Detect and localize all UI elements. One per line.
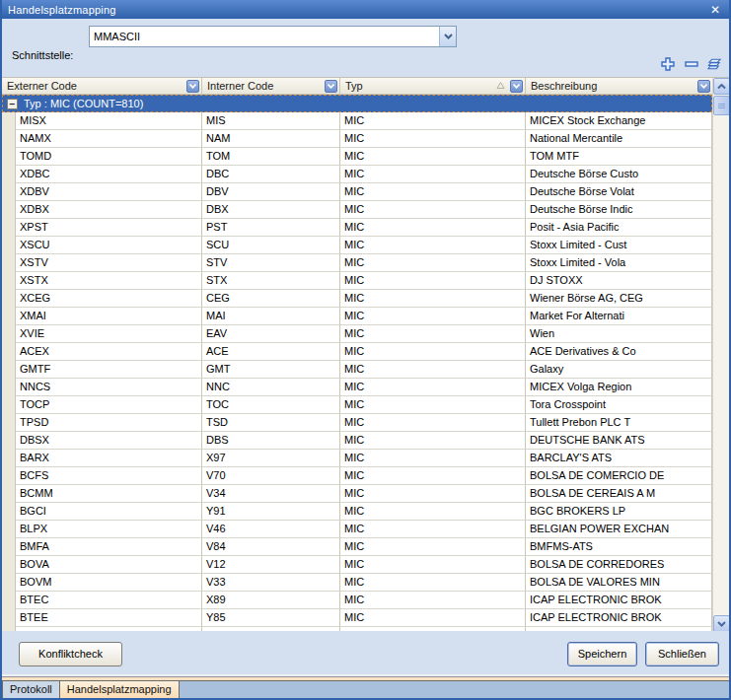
table-row[interactable]: XCEG CEG MIC Wiener Börse AG, CEG — [2, 290, 712, 308]
table-cell-externer-code[interactable]: XDBC — [16, 166, 202, 183]
schliessen-button[interactable]: Schließen — [645, 642, 719, 666]
table-cell-beschreibung[interactable]: Posit - Asia Pacific — [526, 219, 712, 237]
table-cell-interner-code[interactable]: V70 — [202, 467, 340, 485]
table-cell-beschreibung[interactable]: MICEX Volga Region — [526, 379, 712, 396]
column-header-typ[interactable]: Typ — [340, 78, 526, 94]
table-cell-typ[interactable]: MIC — [340, 379, 526, 396]
tab-protokoll[interactable]: Protokoll — [2, 681, 60, 698]
chevron-down-icon[interactable] — [439, 27, 456, 46]
table-row[interactable]: BOVA V12 MIC BOLSA DE CORREDORES — [2, 556, 712, 574]
table-cell-interner-code[interactable]: X89 — [202, 592, 340, 609]
table-cell-externer-code[interactable]: TOMD — [16, 148, 202, 166]
table-cell-beschreibung[interactable]: Galaxy — [526, 361, 712, 379]
table-cell-typ[interactable]: MIC — [340, 237, 526, 254]
table-cell-typ[interactable]: MIC — [340, 414, 526, 432]
filter-chevron-icon[interactable] — [325, 80, 337, 93]
table-cell-beschreibung[interactable]: BOLSA DE VALORES MIN — [526, 574, 712, 592]
table-row[interactable]: TOCP TOC MIC Tora Crosspoint — [2, 396, 712, 414]
table-cell-externer-code[interactable]: DBSX — [16, 432, 202, 450]
table-cell-typ[interactable]: MIC — [340, 485, 526, 503]
column-header-externer-code[interactable]: Externer Code — [2, 78, 202, 94]
table-cell-typ[interactable]: MIC — [340, 609, 526, 627]
add-row-icon[interactable] — [660, 57, 675, 72]
filter-chevron-icon[interactable] — [510, 80, 523, 93]
vertical-scrollbar[interactable] — [712, 78, 729, 632]
group-header-row[interactable]: − Typ : MIC (COUNT=810) — [2, 95, 712, 112]
table-cell-interner-code[interactable]: NNC — [202, 379, 340, 396]
table-cell-interner-code[interactable]: PST — [202, 219, 340, 237]
table-cell-beschreibung[interactable]: Wien — [526, 325, 712, 343]
table-row[interactable]: XPST PST MIC Posit - Asia Pacific — [2, 219, 712, 237]
table-cell-interner-code[interactable]: MAI — [202, 308, 340, 325]
table-row[interactable]: BTEE Y85 MIC ICAP ELECTRONIC BROK — [2, 609, 712, 627]
table-cell-interner-code[interactable]: V84 — [202, 538, 340, 556]
table-cell-interner-code[interactable]: GMT — [202, 361, 340, 379]
table-cell-externer-code[interactable]: NNCS — [16, 379, 202, 396]
table-cell-externer-code[interactable]: BMFA — [16, 538, 202, 556]
table-cell-typ[interactable]: MIC — [340, 325, 526, 343]
table-row[interactable]: TOMD TOM MIC TOM MTF — [2, 148, 712, 166]
table-cell-interner-code[interactable]: DBC — [202, 166, 340, 183]
schnittstelle-combobox[interactable]: MMASCII — [89, 26, 457, 47]
table-cell-beschreibung[interactable]: BELGIAN POWER EXCHAN — [526, 521, 712, 538]
table-cell-interner-code[interactable]: V33 — [202, 574, 340, 592]
table-cell-beschreibung[interactable]: ACE Derivatives & Co — [526, 343, 712, 361]
table-cell-typ[interactable]: MIC — [340, 166, 526, 183]
close-icon[interactable]: ✕ — [707, 4, 723, 16]
table-cell-beschreibung[interactable]: Market For Alternati — [526, 308, 712, 325]
scroll-down-icon[interactable] — [713, 615, 730, 632]
table-cell-externer-code[interactable]: TOCP — [16, 396, 202, 414]
table-row[interactable]: TPSD TSD MIC Tullett Prebon PLC T — [2, 414, 712, 432]
table-cell-typ[interactable]: MIC — [340, 574, 526, 592]
table-cell-typ[interactable]: MIC — [340, 308, 526, 325]
table-cell-externer-code[interactable]: XMAI — [16, 308, 202, 325]
table-cell-interner-code[interactable]: EAV — [202, 325, 340, 343]
table-cell-interner-code[interactable]: V46 — [202, 521, 340, 538]
table-row[interactable]: BOVM V33 MIC BOLSA DE VALORES MIN — [2, 574, 712, 592]
table-cell-interner-code[interactable]: DBS — [202, 432, 340, 450]
table-cell-typ[interactable]: MIC — [340, 432, 526, 450]
table-cell-interner-code[interactable]: TOC — [202, 396, 340, 414]
table-cell-typ[interactable]: MIC — [340, 112, 526, 130]
table-cell-typ[interactable]: MIC — [340, 219, 526, 237]
table-cell-typ[interactable]: MIC — [340, 467, 526, 485]
print-icon[interactable] — [707, 57, 722, 72]
filter-chevron-icon[interactable] — [186, 80, 199, 93]
table-cell-interner-code[interactable]: STV — [202, 254, 340, 272]
table-cell-interner-code[interactable]: MIS — [202, 112, 340, 130]
table-row[interactable]: BCMM V34 MIC BOLSA DE CEREAIS A M — [2, 485, 712, 503]
column-header-interner-code[interactable]: Interner Code — [202, 78, 340, 94]
table-cell-externer-code[interactable]: GMTF — [16, 361, 202, 379]
table-cell-beschreibung[interactable]: BGC BROKERS LP — [526, 503, 712, 521]
table-cell-typ[interactable]: MIC — [340, 396, 526, 414]
table-cell-externer-code[interactable]: BTEC — [16, 592, 202, 609]
table-cell-interner-code[interactable]: TOM — [202, 148, 340, 166]
table-cell-externer-code[interactable]: BCMM — [16, 485, 202, 503]
table-row[interactable]: NNCS NNC MIC MICEX Volga Region — [2, 379, 712, 396]
table-cell-externer-code[interactable]: BCFS — [16, 467, 202, 485]
table-cell-beschreibung[interactable]: Deutsche Börse Indic — [526, 201, 712, 219]
table-cell-externer-code[interactable]: BARX — [16, 450, 202, 467]
filter-chevron-icon[interactable] — [697, 80, 710, 93]
table-cell-interner-code[interactable]: NAM — [202, 130, 340, 148]
table-cell-typ[interactable]: MIC — [340, 290, 526, 308]
table-cell-externer-code[interactable]: XDBV — [16, 183, 202, 201]
table-row[interactable]: BARX X97 MIC BARCLAY'S ATS — [2, 450, 712, 467]
table-cell-beschreibung[interactable]: BMFMS-ATS — [526, 538, 712, 556]
table-row[interactable]: ACEX ACE MIC ACE Derivatives & Co — [2, 343, 712, 361]
table-cell-beschreibung[interactable]: ICAP ELECTRONIC BROK — [526, 609, 712, 627]
table-row[interactable]: XVIE EAV MIC Wien — [2, 325, 712, 343]
table-cell-externer-code[interactable]: XSTX — [16, 272, 202, 290]
table-row[interactable]: BLPX V46 MIC BELGIAN POWER EXCHAN — [2, 521, 712, 538]
table-cell-externer-code[interactable]: TPSD — [16, 414, 202, 432]
table-cell-beschreibung[interactable]: Stoxx Limited - Vola — [526, 254, 712, 272]
table-row[interactable]: BGCI Y91 MIC BGC BROKERS LP — [2, 503, 712, 521]
table-cell-interner-code[interactable]: SCU — [202, 237, 340, 254]
table-cell-externer-code[interactable]: BLPX — [16, 521, 202, 538]
table-row[interactable]: MISX MIS MIC MICEX Stock Exchange — [2, 112, 712, 130]
table-cell-typ[interactable]: MIC — [340, 343, 526, 361]
table-row[interactable]: XSCU SCU MIC Stoxx Limited - Cust — [2, 237, 712, 254]
table-cell-interner-code[interactable]: STX — [202, 272, 340, 290]
table-cell-beschreibung[interactable]: Deutsche Börse Custo — [526, 166, 712, 183]
table-cell-beschreibung[interactable]: Tullett Prebon PLC T — [526, 414, 712, 432]
